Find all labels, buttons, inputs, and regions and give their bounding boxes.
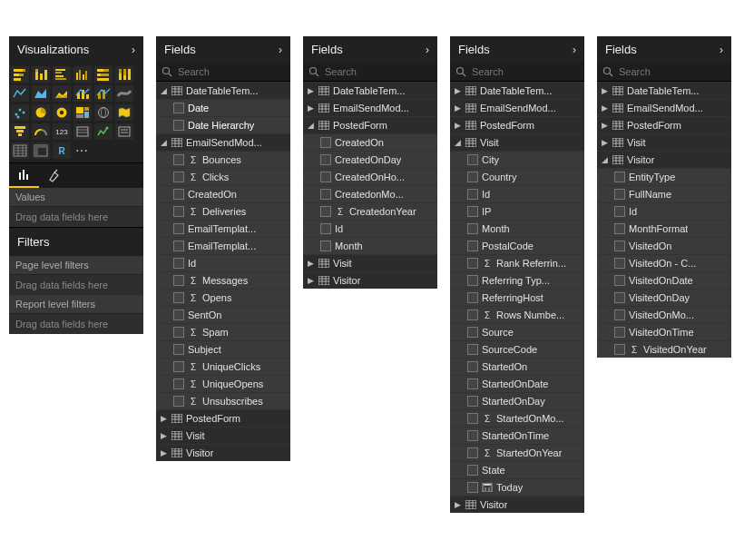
field-item[interactable]: Month: [450, 220, 584, 237]
field-item[interactable]: Id: [156, 254, 290, 271]
visualizations-header[interactable]: Visualizations ›: [9, 36, 143, 63]
expand-icon[interactable]: ◢: [160, 139, 168, 147]
field-item[interactable]: Country: [450, 168, 584, 185]
expand-icon[interactable]: ▶: [454, 87, 462, 95]
field-checkbox[interactable]: [614, 309, 625, 320]
field-item[interactable]: Id: [450, 185, 584, 202]
field-item[interactable]: Σ VisitedOnYear: [597, 340, 731, 358]
field-item[interactable]: EmailTemplat...: [156, 237, 290, 254]
field-item[interactable]: ▶ Visit: [156, 427, 290, 444]
slicer-icon[interactable]: [115, 123, 133, 140]
field-item[interactable]: StartedOnTime: [450, 427, 584, 444]
area-chart-icon[interactable]: [32, 85, 50, 102]
fields-header[interactable]: Fields ›: [303, 36, 437, 63]
field-item[interactable]: Σ Unsubscribes: [156, 392, 290, 409]
field-item[interactable]: ▶ DateTableTem...: [597, 82, 731, 99]
report-filters-dropzone[interactable]: Drag data fields here: [9, 313, 143, 334]
field-checkbox[interactable]: [467, 258, 478, 269]
field-checkbox[interactable]: [320, 206, 331, 217]
page-filters-dropzone[interactable]: Drag data fields here: [9, 274, 143, 295]
field-item[interactable]: CreatedOnDay: [303, 151, 437, 168]
field-item[interactable]: Σ StartedOnMo...: [450, 409, 584, 427]
field-checkbox[interactable]: [173, 154, 184, 165]
field-item[interactable]: Subject: [156, 340, 290, 358]
field-item[interactable]: VisitedOnDate: [597, 271, 731, 289]
field-checkbox[interactable]: [173, 103, 184, 113]
search-input[interactable]: Search: [303, 63, 437, 82]
field-checkbox[interactable]: [614, 258, 625, 269]
expand-icon[interactable]: ◢: [160, 87, 168, 95]
field-checkbox[interactable]: [173, 309, 184, 320]
field-item[interactable]: ▶ PostedForm: [450, 116, 584, 133]
field-checkbox[interactable]: [614, 206, 625, 217]
field-item[interactable]: EmailTemplat...: [156, 220, 290, 237]
field-item[interactable]: IP: [450, 202, 584, 220]
field-item[interactable]: State: [450, 461, 584, 478]
field-checkbox[interactable]: [614, 172, 625, 182]
field-checkbox[interactable]: [173, 292, 184, 303]
field-checkbox[interactable]: [173, 327, 184, 338]
field-item[interactable]: SourceCode: [450, 340, 584, 358]
clustered-bar-icon[interactable]: [53, 66, 71, 83]
field-item[interactable]: EntityType: [597, 168, 731, 185]
field-item[interactable]: ReferringHost: [450, 289, 584, 306]
field-item[interactable]: ▶ Visitor: [303, 271, 437, 289]
field-item[interactable]: Σ UniqueOpens: [156, 375, 290, 392]
field-item[interactable]: ◢ Visitor: [597, 151, 731, 168]
field-checkbox[interactable]: [614, 189, 625, 200]
field-checkbox[interactable]: [467, 327, 478, 338]
field-item[interactable]: MonthFormat: [597, 220, 731, 237]
fields-well-tab[interactable]: [9, 163, 39, 188]
clustered-column-icon[interactable]: [73, 66, 92, 83]
kpi-icon[interactable]: [94, 123, 113, 140]
format-tab[interactable]: [39, 163, 69, 188]
field-checkbox[interactable]: [320, 189, 331, 200]
field-checkbox[interactable]: [320, 154, 331, 165]
more-visuals-icon[interactable]: ⋯: [73, 142, 92, 159]
expand-icon[interactable]: ◢: [307, 122, 315, 130]
expand-icon[interactable]: ◢: [454, 139, 462, 147]
field-checkbox[interactable]: [320, 241, 331, 251]
field-item[interactable]: Date Hierarchy: [156, 116, 290, 133]
field-checkbox[interactable]: [614, 223, 625, 234]
field-item[interactable]: Id: [597, 202, 731, 220]
expand-icon[interactable]: ▶: [307, 277, 315, 285]
field-item[interactable]: Σ Rank Referrin...: [450, 254, 584, 271]
field-checkbox[interactable]: [173, 396, 184, 407]
field-checkbox[interactable]: [614, 275, 625, 286]
field-checkbox[interactable]: [467, 396, 478, 407]
field-item[interactable]: Source: [450, 323, 584, 340]
field-checkbox[interactable]: [467, 447, 478, 458]
expand-icon[interactable]: ▶: [307, 104, 315, 113]
field-item[interactable]: ▶ EmailSendMod...: [597, 99, 731, 116]
field-item[interactable]: CreatedOn: [156, 185, 290, 202]
field-item[interactable]: Σ Rows Numbe...: [450, 306, 584, 323]
field-item[interactable]: Id: [303, 220, 437, 237]
field-item[interactable]: CreatedOn: [303, 133, 437, 151]
field-item[interactable]: ▶ Visit: [303, 254, 437, 271]
scatter-chart-icon[interactable]: [11, 104, 29, 121]
field-item[interactable]: StartedOnDay: [450, 392, 584, 409]
donut-chart-icon[interactable]: [53, 104, 71, 121]
expand-icon[interactable]: ▶: [601, 104, 609, 113]
field-checkbox[interactable]: [467, 189, 478, 200]
r-visual-icon[interactable]: R: [53, 142, 71, 159]
field-item[interactable]: ▶ PostedForm: [597, 116, 731, 133]
field-item[interactable]: ◢ EmailSendMod...: [156, 133, 290, 151]
funnel-chart-icon[interactable]: [11, 123, 29, 140]
field-item[interactable]: Σ CreatedonYear: [303, 202, 437, 220]
field-checkbox[interactable]: [173, 361, 184, 372]
field-checkbox[interactable]: [173, 275, 184, 286]
field-item[interactable]: ◢ Visit: [450, 133, 584, 151]
values-dropzone[interactable]: Drag data fields here: [9, 206, 143, 227]
field-item[interactable]: ◢ DateTableTem...: [156, 82, 290, 99]
field-item[interactable]: CreatedOnHo...: [303, 168, 437, 185]
field-item[interactable]: FullName: [597, 185, 731, 202]
fields-header[interactable]: Fields ›: [156, 36, 290, 63]
field-checkbox[interactable]: [173, 241, 184, 251]
field-checkbox[interactable]: [320, 137, 331, 148]
field-checkbox[interactable]: [467, 172, 478, 182]
gauge-chart-icon[interactable]: [32, 123, 50, 140]
hundred-stacked-column-icon[interactable]: [115, 66, 133, 83]
multi-row-card-icon[interactable]: [73, 123, 92, 140]
